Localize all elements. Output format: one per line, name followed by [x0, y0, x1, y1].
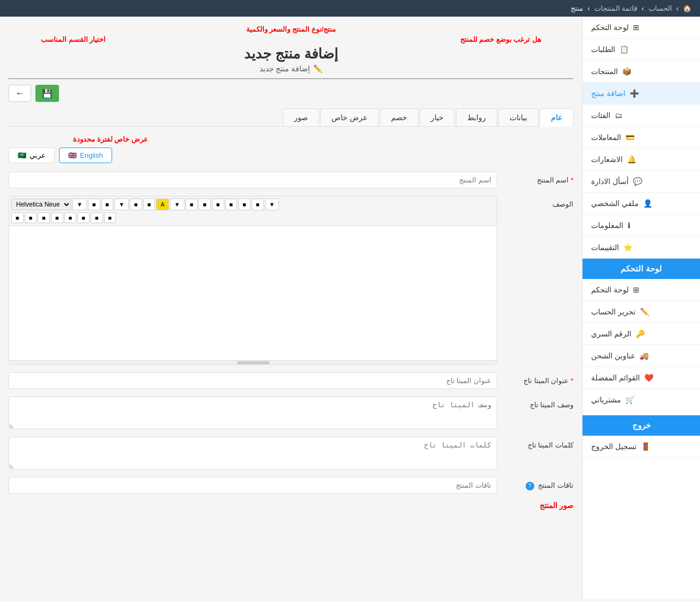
favorites-icon: ❤️	[644, 373, 653, 382]
meta-keywords-textarea[interactable]	[9, 437, 497, 469]
ask-admin-icon: 💬	[633, 177, 642, 186]
sidebar-item-orders[interactable]: 📋 الطلبات	[583, 39, 700, 61]
tab-special[interactable]: عرض خاص	[320, 108, 379, 126]
current-page: منتج	[571, 4, 583, 12]
editor-toolbar: Helvetica Neue ▼ ■ ■ ▼ ■ ■ A ▼ ■ ■ ■ ■ ■…	[9, 196, 497, 226]
meta-desc-textarea[interactable]	[9, 397, 497, 429]
editor-btn-7[interactable]: ▼	[170, 199, 185, 210]
editor-scrollbar[interactable]	[9, 360, 497, 364]
description-label: الوصف	[504, 196, 573, 208]
sidebar-item-add-product[interactable]: ➕ اضافة منتج	[583, 83, 700, 105]
editor-btn-19[interactable]: ■	[64, 212, 77, 223]
tab-general[interactable]: عام	[540, 108, 573, 127]
sidebar-item-info[interactable]: ℹ المعلومات	[583, 215, 700, 237]
transactions-icon: 💳	[625, 133, 635, 142]
arabic-flag: 🇸🇦	[18, 151, 26, 159]
sidebar-logout[interactable]: 🚪 تسجيل الخروج	[583, 436, 700, 458]
editor-btn-21[interactable]: ■	[91, 212, 103, 223]
meta-desc-group: وصف الميتا تاج	[9, 397, 573, 429]
editor-btn-16[interactable]: ■	[25, 212, 37, 223]
editor-btn-6[interactable]: ■	[143, 199, 156, 210]
product-name-label: * اسم المنتج	[504, 172, 573, 184]
product-tags-group: تاقات المنتج ?	[9, 477, 573, 494]
product-images-annotation: صور المنتج	[9, 501, 573, 510]
page-title: إضافة منتج جديد	[9, 46, 573, 62]
editor-btn-2[interactable]: ■	[88, 199, 100, 210]
lang-arabic[interactable]: 🇸🇦 عربي	[9, 148, 55, 163]
editor-btn-9[interactable]: ■	[198, 199, 211, 210]
editor-highlight-btn[interactable]: A	[156, 199, 168, 210]
sidebar-item-dashboard[interactable]: ⊞ لوحة التحكم	[583, 17, 700, 39]
home-icon[interactable]: 🏠	[683, 4, 691, 12]
breadcrumb-sep3: ›	[587, 4, 590, 12]
breadcrumb-sep2: ›	[642, 4, 644, 12]
editor-btn-20[interactable]: ■	[77, 212, 90, 223]
back-button[interactable]: ←	[9, 85, 31, 102]
logout-icon: 🚪	[641, 442, 650, 451]
sidebar-item-categories[interactable]: 🗂 الفئات	[583, 105, 700, 127]
ratings-icon: ⭐	[623, 243, 632, 252]
editor-body[interactable]	[9, 226, 497, 360]
main-content: منتج/نوع المنتج والسعر والكمية هل ترغب ب…	[0, 17, 582, 599]
editor-btn-14[interactable]: ▼	[265, 199, 279, 210]
tab-links[interactable]: روابط	[456, 108, 497, 126]
annotation-discount: هل ترغب بوضع خصم للمنتج	[460, 35, 541, 43]
editor-btn-11[interactable]: ■	[225, 199, 238, 210]
sidebar-item-products[interactable]: 📦 المنتجات	[583, 61, 700, 83]
annotation-top: منتج/نوع المنتج والسعر والكمية	[9, 25, 573, 33]
editor-btn-1[interactable]: ▼	[72, 199, 87, 210]
products-icon: 📦	[622, 67, 631, 76]
sidebar-purchases[interactable]: 🛒 مشترياتي	[583, 389, 700, 411]
tags-help-icon[interactable]: ?	[526, 482, 534, 490]
sidebar-item-transactions[interactable]: 💳 المعاملات	[583, 127, 700, 149]
editor-btn-12[interactable]: ■	[238, 199, 250, 210]
breadcrumb: 🏠 › الحساب › قائمة المنتجات › منتج	[0, 0, 700, 17]
edit-account-icon: ✏️	[640, 307, 649, 316]
description-group: الوصف Helvetica Neue ▼ ■ ■ ▼ ■ ■ A ▼ ■	[9, 196, 573, 365]
page-subtitle: ✏️ إضافة منتج جديد	[9, 64, 573, 73]
tabs: عام بيانات روابط خيار خصم عرض خاص صور	[9, 108, 573, 127]
editor-btn-4[interactable]: ▼	[114, 199, 129, 210]
tab-images[interactable]: صور	[283, 108, 319, 126]
sidebar-shipping[interactable]: 🚚 عناوبن الشحن	[583, 345, 700, 367]
add-product-icon: ➕	[630, 89, 639, 98]
sidebar-item-profile[interactable]: 👤 ملفي الشخصي	[583, 193, 700, 215]
editor-btn-8[interactable]: ■	[186, 199, 198, 210]
editor-btn-15[interactable]: ■	[11, 212, 24, 223]
lang-english[interactable]: 🇬🇧 English	[59, 148, 112, 163]
logout-section: خروج	[583, 415, 700, 436]
account-link[interactable]: الحساب	[649, 4, 672, 12]
editor-btn-3[interactable]: ■	[101, 199, 114, 210]
product-name-input[interactable]	[9, 172, 497, 188]
tab-data[interactable]: بيانات	[498, 108, 539, 126]
sidebar-edit-account[interactable]: ✏️ تحرير الحساب	[583, 301, 700, 323]
products-list-link[interactable]: قائمة المنتجات	[594, 4, 638, 12]
english-flag: 🇬🇧	[68, 151, 77, 159]
cp-dashboard-icon: ⊞	[633, 285, 639, 294]
shipping-icon: 🚚	[639, 351, 649, 360]
editor-container: Helvetica Neue ▼ ■ ■ ▼ ■ ■ A ▼ ■ ■ ■ ■ ■…	[9, 196, 497, 365]
editor-btn-17[interactable]: ■	[38, 212, 50, 223]
editor-btn-18[interactable]: ■	[51, 212, 63, 223]
tab-option[interactable]: خيار	[419, 108, 455, 126]
sidebar-cp-dashboard[interactable]: ⊞ لوحة التحكم	[583, 279, 700, 301]
editor-font-select[interactable]: Helvetica Neue	[11, 199, 71, 210]
tab-discount[interactable]: خصم	[380, 108, 418, 126]
annotations-row: هل ترغب بوضع خصم للمنتج اختيار القسم الم…	[9, 35, 573, 43]
sidebar-favorites[interactable]: ❤️ القوائم المفضلة	[583, 367, 700, 389]
product-tags-input[interactable]	[9, 477, 497, 494]
save-button[interactable]: 💾	[35, 85, 59, 102]
sidebar-item-ratings[interactable]: ⭐ التقييمات	[583, 237, 700, 259]
sidebar-password[interactable]: 🔑 الرقم السري	[583, 323, 700, 345]
sidebar-item-ask-admin[interactable]: 💬 أسأل الادارة	[583, 171, 700, 193]
editor-btn-22[interactable]: ■	[104, 212, 116, 223]
orders-icon: 📋	[620, 45, 629, 54]
product-name-group: * اسم المنتج	[9, 172, 573, 188]
tab-annotations: عرض خاص لفترة محدودة	[9, 135, 573, 143]
control-panel-section: لوحة التحكم	[583, 259, 700, 279]
editor-btn-13[interactable]: ■	[252, 199, 264, 210]
editor-btn-10[interactable]: ■	[212, 199, 224, 210]
meta-title-input[interactable]	[9, 372, 497, 389]
editor-btn-5[interactable]: ■	[130, 199, 142, 210]
sidebar-item-notifications[interactable]: 🔔 الاشعارات	[583, 149, 700, 171]
